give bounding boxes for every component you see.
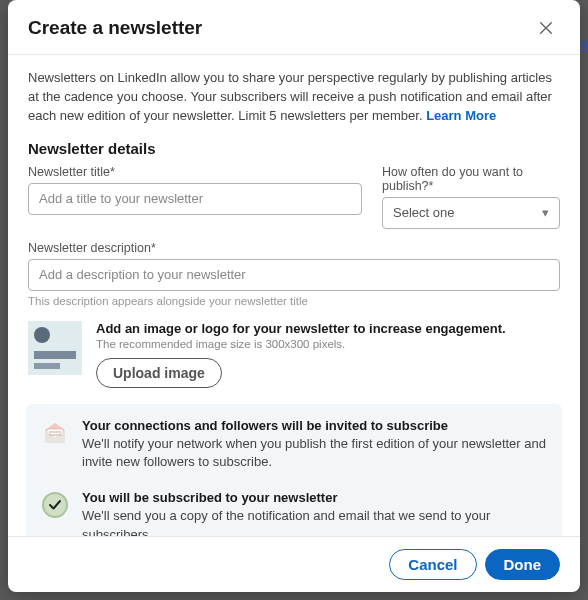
details-heading: Newsletter details — [28, 140, 560, 157]
close-button[interactable] — [532, 14, 560, 42]
envelope-icon — [40, 418, 70, 448]
upload-image-button[interactable]: Upload image — [96, 358, 222, 388]
image-subtext: The recommended image size is 300x300 pi… — [96, 338, 560, 350]
title-frequency-row: Newsletter title* How often do you want … — [28, 165, 560, 229]
close-icon — [538, 19, 554, 37]
info-body: We'll send you a copy of the notificatio… — [82, 507, 548, 536]
learn-more-link[interactable]: Learn More — [426, 108, 496, 123]
frequency-label: How often do you want to publish?* — [382, 165, 560, 193]
done-button[interactable]: Done — [485, 549, 561, 580]
title-label: Newsletter title* — [28, 165, 362, 179]
intro-text: Newsletters on LinkedIn allow you to sha… — [28, 69, 560, 126]
chevron-down-icon: ▾ — [542, 205, 549, 220]
image-placeholder-icon — [28, 321, 82, 375]
info-title: You will be subscribed to your newslette… — [82, 490, 548, 505]
info-block: Your connections and followers will be i… — [26, 404, 562, 536]
image-heading: Add an image or logo for your newsletter… — [96, 321, 560, 336]
modal-body: Newsletters on LinkedIn allow you to sha… — [8, 55, 580, 536]
modal-title: Create a newsletter — [28, 17, 202, 39]
info-item-invite: Your connections and followers will be i… — [40, 418, 548, 473]
svg-point-2 — [43, 493, 67, 517]
info-title: Your connections and followers will be i… — [82, 418, 548, 433]
cancel-button[interactable]: Cancel — [389, 549, 476, 580]
info-body: We'll notify your network when you publi… — [82, 435, 548, 473]
modal-header: Create a newsletter — [8, 0, 580, 55]
frequency-value: Select one — [393, 205, 454, 220]
newsletter-title-input[interactable] — [28, 183, 362, 215]
check-circle-icon — [40, 490, 70, 520]
description-label: Newsletter description* — [28, 241, 560, 255]
create-newsletter-modal: Create a newsletter Newsletters on Linke… — [8, 0, 580, 592]
newsletter-description-input[interactable] — [28, 259, 560, 291]
info-item-subscribed: You will be subscribed to your newslette… — [40, 490, 548, 536]
modal-footer: Cancel Done — [8, 536, 580, 592]
description-hint: This description appears alongside your … — [28, 295, 560, 307]
image-upload-row: Add an image or logo for your newsletter… — [28, 321, 560, 388]
frequency-select[interactable]: Select one ▾ — [382, 197, 560, 229]
